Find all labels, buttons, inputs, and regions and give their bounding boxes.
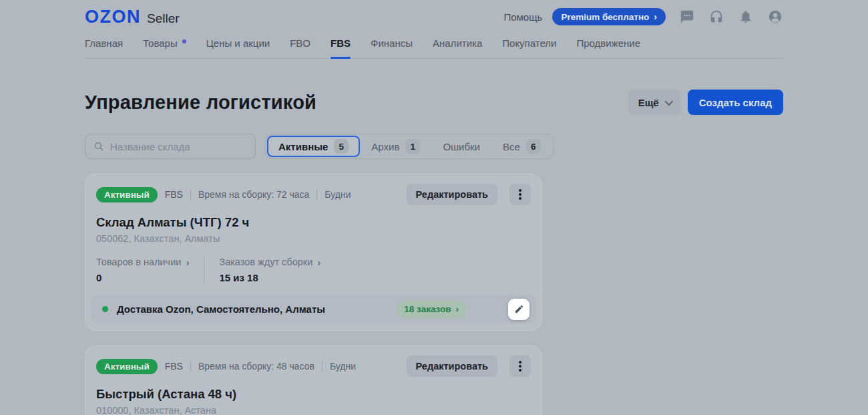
warehouse-search[interactable] bbox=[85, 134, 256, 159]
edit-warehouse-button[interactable]: Редактировать bbox=[407, 184, 497, 205]
edit-warehouse-button[interactable]: Редактировать bbox=[407, 356, 497, 377]
profile-icon[interactable] bbox=[767, 9, 783, 25]
status-filter-group: Активные 5 Архив 1 Ошибки Все 6 bbox=[265, 134, 554, 159]
nav-glavnaya[interactable]: Главная bbox=[85, 37, 123, 49]
metric-value: 15 из 18 bbox=[219, 272, 320, 283]
count-badge: 6 bbox=[526, 139, 541, 154]
ozon-seller-logo[interactable]: OZON Seller bbox=[85, 7, 180, 27]
nav-fbo[interactable]: FBO bbox=[290, 37, 310, 49]
warehouse-card-astana: Активный FBS Время на сборку: 48 часов Б… bbox=[85, 345, 542, 415]
metric-value: 0 bbox=[96, 272, 189, 283]
help-link[interactable]: Помощь bbox=[503, 11, 542, 23]
metric-orders-awaiting[interactable]: Заказов ждут сборки› 15 из 18 bbox=[204, 257, 335, 283]
nav-prodvizhenie[interactable]: Продвижение bbox=[576, 37, 640, 49]
count-badge: 5 bbox=[334, 139, 349, 154]
edit-delivery-button[interactable] bbox=[508, 299, 529, 320]
divider bbox=[316, 189, 317, 200]
status-badge: Активный bbox=[96, 359, 158, 374]
count-badge: 1 bbox=[405, 139, 420, 154]
assembly-time: Время на сборку: 48 часов bbox=[198, 361, 314, 372]
delivery-method-label: Доставка Ozon, Самостоятельно, Алматы bbox=[117, 303, 325, 315]
premium-button[interactable]: Premium бесплатно › bbox=[552, 8, 666, 25]
nav-finansy[interactable]: Финансы bbox=[371, 37, 413, 49]
warehouse-name: Быстрый (Астана 48 ч) bbox=[96, 387, 531, 402]
filter-tab-all[interactable]: Все 6 bbox=[491, 136, 552, 157]
kebab-menu-button[interactable] bbox=[509, 356, 531, 377]
seller-label: Seller bbox=[147, 11, 180, 26]
divider bbox=[322, 361, 322, 372]
status-badge: Активный bbox=[96, 187, 158, 202]
main-nav: Главная Товары Цены и акции FBO FBS Фина… bbox=[85, 37, 783, 59]
working-days: Будни bbox=[330, 361, 356, 372]
warehouse-card-almaty: Активный FBS Время на сборку: 72 часа Бу… bbox=[85, 174, 542, 331]
chevron-down-icon bbox=[664, 97, 673, 106]
chevron-right-icon: › bbox=[456, 304, 459, 314]
warehouse-name: Склад Алматы (ЧТГ) 72 ч bbox=[96, 215, 531, 230]
search-input[interactable] bbox=[110, 141, 247, 152]
chevron-right-icon: › bbox=[654, 12, 657, 21]
bell-icon[interactable] bbox=[737, 9, 754, 25]
page-title: Управление логистикой bbox=[85, 92, 316, 114]
warehouse-address: 010000, Казахстан, Астана bbox=[96, 405, 531, 415]
nav-analitika[interactable]: Аналитика bbox=[433, 37, 482, 49]
top-bar: OZON Seller Помощь Premium бесплатно › bbox=[85, 0, 783, 31]
filter-tab-errors[interactable]: Ошибки bbox=[431, 136, 491, 157]
ozon-logo: OZON bbox=[85, 7, 141, 27]
delivery-method-row: Доставка Ozon, Самостоятельно, Алматы 18… bbox=[91, 295, 536, 323]
chat-icon[interactable] bbox=[678, 9, 695, 25]
assembly-time: Время на сборку: 72 часа bbox=[198, 189, 309, 200]
working-days: Будни bbox=[324, 189, 351, 200]
filter-tab-archive[interactable]: Архив 1 bbox=[360, 136, 431, 157]
scheme-label: FBS bbox=[165, 361, 183, 372]
nav-tovary[interactable]: Товары bbox=[143, 37, 186, 49]
kebab-menu-button[interactable] bbox=[509, 184, 531, 205]
scheme-label: FBS bbox=[165, 189, 183, 200]
filter-tab-active[interactable]: Активные 5 bbox=[267, 136, 360, 157]
more-button[interactable]: Ещё bbox=[628, 90, 681, 115]
notification-dot bbox=[182, 39, 186, 43]
chevron-right-icon: › bbox=[186, 257, 189, 267]
nav-fbs[interactable]: FBS bbox=[331, 37, 351, 49]
search-icon bbox=[93, 141, 104, 152]
chevron-right-icon: › bbox=[317, 257, 320, 267]
create-warehouse-button[interactable]: Создать склад bbox=[688, 90, 783, 115]
nav-tseny-i-aktsii[interactable]: Цены и акции bbox=[206, 37, 270, 49]
warehouse-address: 050062, Казахстан, Алматы bbox=[96, 233, 531, 244]
pencil-icon bbox=[514, 304, 524, 314]
premium-label: Premium бесплатно bbox=[561, 12, 649, 22]
nav-pokupateli[interactable]: Покупатели bbox=[502, 37, 556, 49]
status-dot bbox=[102, 306, 108, 312]
headset-icon[interactable] bbox=[708, 9, 724, 25]
divider bbox=[190, 189, 191, 200]
divider bbox=[190, 361, 191, 372]
topbar-actions: Помощь Premium бесплатно › bbox=[503, 8, 783, 25]
orders-count-badge[interactable]: 18 заказов › bbox=[396, 301, 467, 318]
metric-items-in-stock[interactable]: Товаров в наличии› 0 bbox=[96, 257, 204, 283]
